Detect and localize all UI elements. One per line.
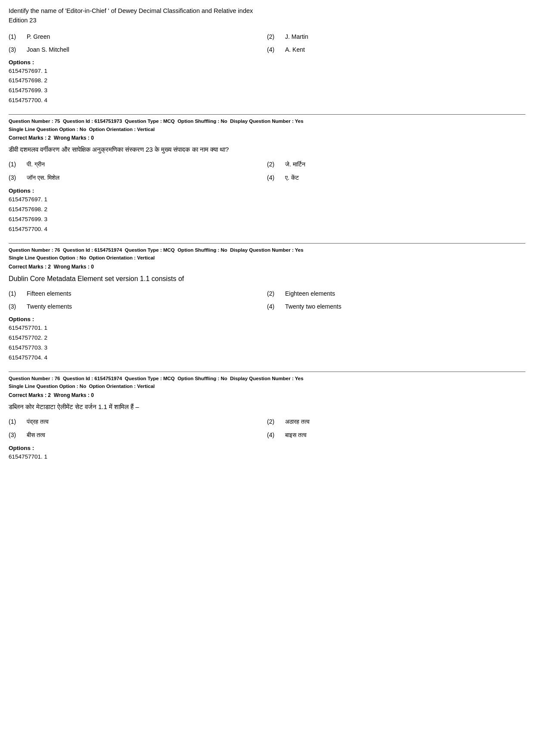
option-text: बीस तत्व [27,431,45,439]
option-num: (2) [267,290,277,297]
option-text: पंद्रह तत्व [27,418,49,425]
option-code-3: 6154757699. 3 [9,215,525,225]
option-text: अठारह तत्व [285,418,310,425]
question-meta-76hi: Question Number : 76 Question Id : 61547… [9,372,525,390]
option-code-1: 6154757697. 1 [9,66,525,76]
option-num: (1) [9,33,19,40]
option-num: (1) [9,290,19,297]
meta-line1: Question Number : 75 Question Id : 61547… [9,117,525,125]
option-75-2: (2) जे. मार्टिन [267,159,525,170]
title-line1: Identify the name of 'Editor-in-Chief ' … [9,7,253,14]
option-num: (3) [9,431,19,438]
option-text: Fifteen elements [27,290,71,297]
option-text: Twenty elements [27,303,72,310]
option-1-1: (1) P. Green [9,31,267,42]
correct-marks-75: Correct Marks : 2 Wrong Marks : 0 [9,135,525,141]
option-76hi-3: (3) बीस तत्व [9,430,267,440]
option-code-3: 6154757703. 3 [9,343,525,353]
option-num: (4) [267,303,277,310]
options-grid-76hi: (1) पंद्रह तत्व (2) अठारह तत्व (3) बीस त… [9,416,525,440]
question-meta-75: Question Number : 75 Question Id : 61547… [9,114,525,133]
option-text: पी. ग्रीन [27,161,45,168]
option-76en-3: (3) Twenty elements [9,301,267,312]
question-block-76-en: Question Number : 76 Question Id : 61547… [9,243,525,363]
option-text: A. Kent [285,46,305,53]
option-text: J. Martin [285,33,308,40]
option-num: (1) [9,418,19,425]
option-num: (1) [9,161,19,168]
option-75-4: (4) ए. केंट [267,172,525,183]
meta-line2: Single Line Question Option : No Option … [9,125,525,133]
option-code-2: 6154757702. 2 [9,333,525,343]
correct-marks-76hi: Correct Marks : 2 Wrong Marks : 0 [9,392,525,398]
option-75-1: (1) पी. ग्रीन [9,159,267,170]
option-code-4: 6154757704. 4 [9,353,525,363]
option-text: Twenty two elements [285,303,342,310]
question-block-75-hi: Question Number : 75 Question Id : 61547… [9,114,525,234]
options-grid-75: (1) पी. ग्रीन (2) जे. मार्टिन (3) जॉन एस… [9,159,525,183]
option-text: Eighteen elements [285,290,335,297]
option-code-4: 6154757700. 4 [9,225,525,234]
question-block-1-en: Identify the name of 'Editor-in-Chief ' … [9,6,525,106]
option-76hi-1: (1) पंद्रह तत्व [9,416,267,427]
question-meta-76: Question Number : 76 Question Id : 61547… [9,243,525,262]
options-label: Options : [9,187,525,194]
option-code-3: 6154757699. 3 [9,86,525,96]
meta-line1: Question Number : 76 Question Id : 61547… [9,375,525,382]
option-76en-1: (1) Fifteen elements [9,288,267,299]
option-76hi-2: (2) अठारह तत्व [267,416,525,427]
option-76en-4: (4) Twenty two elements [267,301,525,312]
hindi-question-76: डब्लिन कोर मेटाडाटा ऐलीमेंट सेट वर्जन 1.… [9,402,525,412]
option-76hi-4: (4) बाइस तत्व [267,430,525,440]
options-grid-76en: (1) Fifteen elements (2) Eighteen elemen… [9,288,525,312]
option-code-2: 6154757698. 2 [9,76,525,86]
option-text: ए. केंट [285,174,299,181]
option-code-1: 6154757701. 1 [9,323,525,333]
option-text: P. Green [27,33,50,40]
question-block-76-hi: Question Number : 76 Question Id : 61547… [9,372,525,462]
option-num: (2) [267,161,277,168]
question-title-1: Identify the name of 'Editor-in-Chief ' … [9,6,525,25]
option-code-1: 6154757701. 1 [9,452,525,462]
option-num: (2) [267,418,277,425]
option-text: जॉन एस. मिशेल [27,174,59,181]
options-label: Options : [9,316,525,322]
options-label: Options : [9,445,525,451]
options-grid-1: (1) P. Green (2) J. Martin (3) Joan S. M… [9,31,525,55]
hindi-question-75: डीवी दशमलव वर्गीकरण और सापेक्षिक अनुक्रम… [9,144,525,155]
correct-marks-76: Correct Marks : 2 Wrong Marks : 0 [9,264,525,270]
option-code-4: 6154757700. 4 [9,96,525,106]
meta-line1: Question Number : 76 Question Id : 61547… [9,246,525,254]
option-text: Joan S. Mitchell [27,46,69,53]
option-num: (4) [267,431,277,438]
options-label: Options : [9,59,525,66]
meta-line2: Single Line Question Option : No Option … [9,254,525,262]
option-75-3: (3) जॉन एस. मिशेल [9,172,267,183]
title-line2: Edition 23 [9,16,525,25]
option-text: जे. मार्टिन [285,161,305,168]
option-num: (2) [267,33,277,40]
option-1-4: (4) A. Kent [267,44,525,55]
option-num: (3) [9,46,19,53]
option-76en-2: (2) Eighteen elements [267,288,525,299]
english-question-76: Dublin Core Metadata Element set version… [9,273,525,284]
option-num: (4) [267,174,277,181]
option-num: (4) [267,46,277,53]
option-num: (3) [9,174,19,181]
meta-line2: Single Line Question Option : No Option … [9,382,525,390]
option-text: बाइस तत्व [285,431,307,439]
option-1-2: (2) J. Martin [267,31,525,42]
option-code-2: 6154757698. 2 [9,205,525,215]
option-num: (3) [9,303,19,310]
option-code-1: 6154757697. 1 [9,195,525,205]
option-1-3: (3) Joan S. Mitchell [9,44,267,55]
